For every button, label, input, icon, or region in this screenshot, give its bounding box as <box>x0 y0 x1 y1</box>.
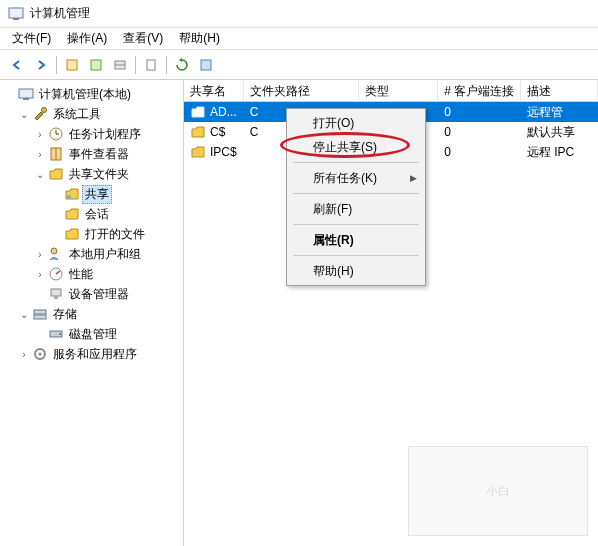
cm-stop-sharing[interactable]: 停止共享(S) <box>289 135 423 159</box>
tree-disk-mgmt[interactable]: · 磁盘管理 <box>0 324 183 344</box>
tree-label: 服务和应用程序 <box>50 345 140 364</box>
tree-label: 本地用户和组 <box>66 245 144 264</box>
shared-folder-icon <box>48 166 64 182</box>
refresh-button[interactable] <box>171 54 193 76</box>
tree-label: 系统工具 <box>50 105 104 124</box>
cm-refresh[interactable]: 刷新(F) <box>289 197 423 221</box>
tree-label: 计算机管理(本地) <box>36 85 134 104</box>
toolbar-separator <box>56 56 57 74</box>
svg-rect-21 <box>54 296 58 299</box>
tree-storage[interactable]: ⌄ 存储 <box>0 304 183 324</box>
cm-label: 帮助(H) <box>313 263 354 280</box>
expander-icon[interactable]: ⌄ <box>18 109 30 120</box>
tree-root[interactable]: ▸ 计算机管理(本地) <box>0 84 183 104</box>
tree-sessions[interactable]: · 会话 <box>0 204 183 224</box>
computer-icon <box>18 86 34 102</box>
expander-icon[interactable]: ⌄ <box>18 309 30 320</box>
svg-rect-2 <box>67 60 77 70</box>
cm-label: 所有任务(K) <box>313 170 377 187</box>
tree-pane: ▸ 计算机管理(本地) ⌄ 系统工具 › 任务计划程序 › 事件查看器 ⌄ 共享… <box>0 80 184 546</box>
svg-rect-0 <box>9 8 23 18</box>
tree-device-manager[interactable]: · 设备管理器 <box>0 284 183 304</box>
cm-all-tasks[interactable]: 所有任务(K)▶ <box>289 166 423 190</box>
titlebar: 计算机管理 <box>0 0 598 28</box>
tree-task-scheduler[interactable]: › 任务计划程序 <box>0 124 183 144</box>
svg-rect-3 <box>91 60 101 70</box>
submenu-arrow-icon: ▶ <box>410 173 417 183</box>
svg-rect-9 <box>23 98 29 100</box>
tree-label: 事件查看器 <box>66 145 132 164</box>
tools-icon <box>32 106 48 122</box>
open-files-icon <box>64 226 80 242</box>
cell-name: C$ <box>184 122 244 142</box>
watermark: 小白 <box>408 446 588 536</box>
expander-icon[interactable]: › <box>34 149 46 160</box>
context-menu: 打开(O) 停止共享(S) 所有任务(K)▶ 刷新(F) 属性(R) 帮助(H) <box>286 108 426 286</box>
tree-local-users[interactable]: › 本地用户和组 <box>0 244 183 264</box>
cm-separator <box>293 193 419 194</box>
toolbar-btn-1[interactable] <box>61 54 83 76</box>
forward-button[interactable] <box>30 54 52 76</box>
svg-point-25 <box>59 333 61 335</box>
device-icon <box>48 286 64 302</box>
svg-point-17 <box>51 248 57 254</box>
svg-rect-22 <box>34 310 46 314</box>
toolbar-btn-3[interactable] <box>109 54 131 76</box>
menu-action[interactable]: 操作(A) <box>59 28 115 49</box>
menu-help[interactable]: 帮助(H) <box>171 28 228 49</box>
share-icon <box>190 104 206 120</box>
expander-icon[interactable]: › <box>34 269 46 280</box>
tree-system-tools[interactable]: ⌄ 系统工具 <box>0 104 183 124</box>
menu-view[interactable]: 查看(V) <box>115 28 171 49</box>
cm-label: 刷新(F) <box>313 201 352 218</box>
cm-help[interactable]: 帮助(H) <box>289 259 423 283</box>
expander-icon[interactable]: › <box>34 129 46 140</box>
tree-performance[interactable]: › 性能 <box>0 264 183 284</box>
tree-shared-folders[interactable]: ⌄ 共享文件夹 <box>0 164 183 184</box>
svg-rect-23 <box>34 315 46 319</box>
expander-icon[interactable]: ⌄ <box>34 169 46 180</box>
tree-open-files[interactable]: · 打开的文件 <box>0 224 183 244</box>
tree-services-apps[interactable]: › 服务和应用程序 <box>0 344 183 364</box>
cm-separator <box>293 255 419 256</box>
tree-label: 存储 <box>50 305 80 324</box>
toolbar-btn-6[interactable] <box>195 54 217 76</box>
cell-name: AD... <box>184 102 244 122</box>
disk-icon <box>48 326 64 342</box>
tree-event-viewer[interactable]: › 事件查看器 <box>0 144 183 164</box>
col-type[interactable]: 类型 <box>359 80 438 101</box>
back-button[interactable] <box>6 54 28 76</box>
toolbar-btn-2[interactable] <box>85 54 107 76</box>
svg-point-27 <box>39 353 42 356</box>
cell-desc: 远程 IPC <box>521 142 598 163</box>
tree-label: 共享 <box>82 185 112 204</box>
cell-desc: 远程管 <box>521 102 598 123</box>
toolbar-btn-4[interactable] <box>140 54 162 76</box>
list-header: 共享名 文件夹路径 类型 # 客户端连接 描述 <box>184 80 598 102</box>
menu-file[interactable]: 文件(F) <box>4 28 59 49</box>
svg-rect-20 <box>51 289 61 296</box>
book-icon <box>48 146 64 162</box>
cm-properties[interactable]: 属性(R) <box>289 228 423 252</box>
cm-label: 打开(O) <box>313 115 354 132</box>
cm-open[interactable]: 打开(O) <box>289 111 423 135</box>
toolbar-separator <box>135 56 136 74</box>
tree-shares[interactable]: · 共享 <box>0 184 183 204</box>
tree-label: 性能 <box>66 265 96 284</box>
cell-conn: 0 <box>438 143 521 161</box>
cell-name: IPC$ <box>184 142 244 162</box>
svg-rect-6 <box>147 60 155 70</box>
share-icon <box>190 144 206 160</box>
col-description[interactable]: 描述 <box>521 80 598 101</box>
tree-label: 磁盘管理 <box>66 325 120 344</box>
svg-rect-8 <box>19 89 33 98</box>
expander-icon[interactable]: › <box>34 249 46 260</box>
col-share-name[interactable]: 共享名 <box>184 80 244 101</box>
services-icon <box>32 346 48 362</box>
col-client-conn[interactable]: # 客户端连接 <box>438 80 521 101</box>
tree-label: 打开的文件 <box>82 225 148 244</box>
share-icon <box>190 124 206 140</box>
users-icon <box>48 246 64 262</box>
col-folder-path[interactable]: 文件夹路径 <box>244 80 359 101</box>
expander-icon[interactable]: › <box>18 349 30 360</box>
